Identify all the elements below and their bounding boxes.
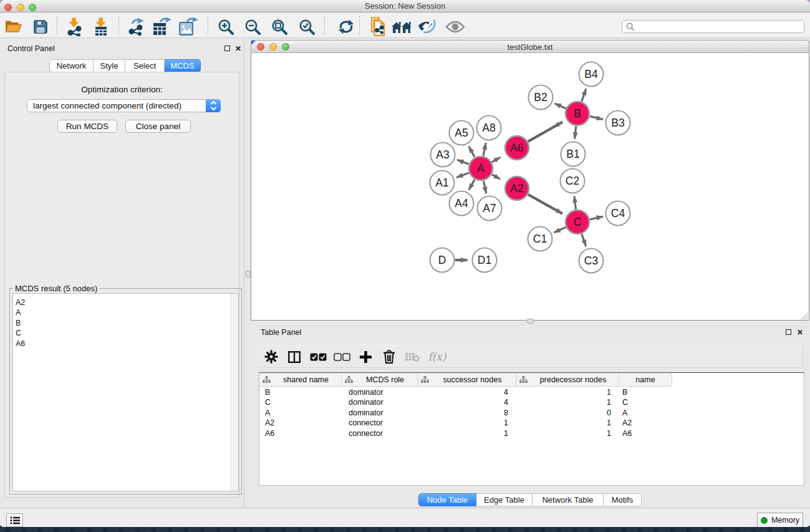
delete-column-icon[interactable]: [380, 348, 398, 365]
export-image-icon[interactable]: [178, 17, 199, 37]
node-table[interactable]: shared nameMCDS rolesuccessor nodesprede…: [259, 372, 804, 486]
graph-edge-A-A3[interactable]: [457, 160, 469, 164]
graph-edge-A-A4[interactable]: [469, 180, 475, 190]
network-graph: AA1A3A5A8A4A7A6A2BB1B2B3B4CC1C2C3C4DD1: [251, 53, 809, 319]
graph-edge-A-A1[interactable]: [456, 173, 469, 177]
graph-edge-B-B4[interactable]: [582, 89, 586, 102]
graph-node-label: A6: [510, 142, 523, 154]
graph-node-label: A7: [483, 202, 496, 215]
run-mcds-button[interactable]: Run MCDS: [57, 120, 117, 133]
zoom-fit-icon[interactable]: [269, 17, 290, 37]
graph-edge-A-A5[interactable]: [469, 147, 475, 157]
tab-network-table[interactable]: Network Table: [533, 493, 604, 506]
criterion-dropdown[interactable]: largest connected component (directed): [27, 99, 221, 112]
tab-select[interactable]: Select: [125, 59, 165, 72]
zoom-in-icon[interactable]: [215, 17, 236, 37]
network-canvas[interactable]: AA1A3A5A8A4A7A6A2BB1B2B3B4CC1C2C3C4DD1: [251, 53, 809, 321]
table-row[interactable]: Adominator80A: [259, 408, 804, 418]
toolbar-separator: [324, 16, 325, 35]
graph-edge-A-A6[interactable]: [492, 157, 501, 162]
graph-edge-C-C4[interactable]: [590, 216, 603, 220]
graph-edge-A-A2[interactable]: [492, 175, 500, 179]
select-all-icon[interactable]: [309, 348, 327, 365]
tab-edge-table[interactable]: Edge Table: [476, 493, 533, 506]
result-item[interactable]: B: [13, 318, 238, 328]
tab-mcds[interactable]: MCDS: [165, 59, 201, 72]
tab-node-table[interactable]: Node Table: [418, 493, 476, 506]
table-cell: 0: [516, 408, 611, 418]
graph-edge-A6-B[interactable]: [528, 122, 562, 142]
open-session-icon[interactable]: [2, 17, 24, 37]
graph-edge-B-B1[interactable]: [575, 126, 576, 138]
float-panel-icon[interactable]: [224, 46, 230, 51]
import-table-icon[interactable]: [90, 17, 112, 37]
refresh-icon[interactable]: [335, 17, 357, 37]
import-network-icon[interactable]: [64, 17, 85, 37]
table-cell: 4: [418, 397, 508, 407]
table-cell: A: [622, 408, 627, 418]
table-row[interactable]: A6connector11A6: [259, 428, 804, 438]
search-input[interactable]: [622, 20, 804, 33]
close-panel-icon[interactable]: ✕: [235, 46, 241, 52]
close-panel-button[interactable]: Close panel: [125, 120, 191, 133]
table-close-icon[interactable]: ✕: [797, 329, 803, 336]
column-header-MCDS-role[interactable]: MCDS role: [342, 373, 418, 387]
table-float-icon[interactable]: [786, 329, 791, 335]
task-history-button[interactable]: [6, 513, 23, 527]
graph-edge-C-C1[interactable]: [554, 227, 566, 233]
result-item[interactable]: A6: [13, 339, 238, 349]
memory-button[interactable]: Memory: [757, 513, 803, 527]
graph-edge-B-B2[interactable]: [554, 104, 566, 109]
export-table-icon[interactable]: [152, 17, 173, 37]
graph-node-label: B3: [611, 117, 624, 129]
column-header-name[interactable]: name: [619, 373, 672, 387]
tab-motifs[interactable]: Motifs: [604, 493, 642, 506]
column-header-predecessor-nodes[interactable]: predecessor nodes: [516, 373, 619, 387]
mcds-result-list[interactable]: A2ABCA6: [12, 293, 239, 491]
result-item[interactable]: C: [13, 328, 238, 338]
tab-network[interactable]: Network: [49, 59, 94, 72]
table-cell: 1: [418, 418, 508, 428]
table-row[interactable]: A2connector11A2: [259, 418, 804, 428]
zoom-selected-icon[interactable]: [296, 17, 317, 37]
column-header-label: predecessor nodes: [528, 375, 619, 384]
network-from-clipboard-icon[interactable]: [367, 17, 388, 37]
resize-grip-icon[interactable]: [801, 312, 808, 319]
table-row[interactable]: Cdominator41C: [259, 397, 804, 407]
save-session-icon[interactable]: [30, 17, 51, 37]
hide-selected-icon[interactable]: [417, 17, 438, 37]
dropdown-stepper-icon: [206, 99, 221, 112]
column-header-successor-nodes[interactable]: successor nodes: [418, 373, 516, 387]
network-window-titlebar[interactable]: testGlobe.txt: [251, 40, 809, 53]
add-column-icon[interactable]: [356, 348, 375, 365]
show-all-icon[interactable]: [445, 17, 466, 37]
result-item[interactable]: A: [13, 307, 238, 317]
result-list-scrollbar[interactable]: [231, 294, 238, 491]
graph-edge-A-A7[interactable]: [483, 181, 486, 193]
graph-edge-C-C2[interactable]: [574, 196, 576, 209]
table-cell: 1: [516, 418, 611, 428]
table-cell: C: [622, 397, 628, 407]
table-row[interactable]: Bdominator41B: [259, 387, 804, 397]
export-network-icon[interactable]: [126, 17, 147, 37]
first-neighbors-icon[interactable]: [391, 17, 412, 37]
graph-edge-B-B3[interactable]: [590, 117, 603, 120]
split-grip-vertical[interactable]: [246, 271, 251, 278]
result-item[interactable]: A2: [13, 297, 238, 307]
deselect-all-icon[interactable]: [332, 348, 351, 365]
graph-node-label: D1: [478, 254, 491, 266]
main-titlebar: Session: New Session: [0, 0, 810, 12]
column-header-shared-name[interactable]: shared name: [259, 373, 342, 387]
graph-edge-C-C3[interactable]: [582, 234, 586, 246]
panel-divider[interactable]: [244, 38, 244, 508]
table-cell: 4: [418, 387, 508, 397]
gear-icon[interactable]: [262, 348, 281, 365]
column-selector-icon[interactable]: [285, 348, 304, 365]
graph-edge-A-A8[interactable]: [483, 143, 486, 156]
table-cell: connector: [349, 418, 383, 428]
toolbar-separator: [57, 16, 57, 35]
tab-style[interactable]: Style: [94, 59, 125, 72]
graph-edge-A2-C[interactable]: [528, 195, 562, 214]
content-area: Control Panel ✕ NetworkStyleSelectMCDS O…: [0, 38, 810, 508]
zoom-out-icon[interactable]: [242, 17, 263, 37]
